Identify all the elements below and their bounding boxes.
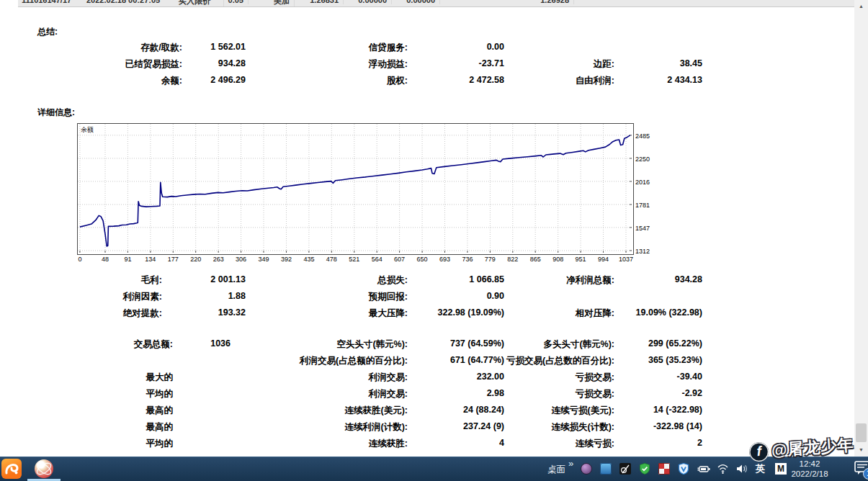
power-battery-tray-icon[interactable] bbox=[697, 463, 709, 475]
stat-row: 绝对提款:193.32最大压降:322.98 (19.09%)相对压降:19.0… bbox=[0, 305, 868, 322]
blue-shield-tray-icon[interactable] bbox=[678, 463, 689, 475]
order-row-cell: 2022.02.18 00:27:05 bbox=[86, 0, 182, 4]
stat-label: 空头头寸(韩元%): bbox=[216, 338, 408, 351]
x-axis-tick-label: 736 bbox=[459, 256, 476, 263]
taskbar-clock[interactable]: 12:42 2022/2/18 bbox=[787, 459, 832, 479]
stat-row: 平均的连续获胜:4连续亏损:2 bbox=[0, 436, 868, 452]
stat-value: 0.90 bbox=[414, 291, 504, 301]
balance-chart: 余额 bbox=[77, 123, 634, 255]
scroll-down-button[interactable]: ▼ bbox=[854, 444, 868, 456]
order-table-row[interactable]: 111016147/172022.02.18 00:27:05买入限价0.05美… bbox=[18, 0, 854, 7]
stat-label: 平均的 bbox=[29, 438, 173, 450]
x-axis-tick-label: 951 bbox=[572, 256, 589, 263]
wifi-tray-icon[interactable] bbox=[717, 463, 728, 475]
summary-table: 存款/取款:1 562.01信贷服务:0.00已结贸易损益:934.28浮动损益… bbox=[0, 40, 868, 89]
stat-label: 亏损交易: bbox=[475, 388, 614, 400]
x-axis-tick-label: 994 bbox=[595, 256, 612, 263]
stat-label: 最大的 bbox=[29, 372, 173, 384]
x-axis-tick-label: 650 bbox=[413, 256, 431, 263]
notification-tray-icon[interactable]: 1 bbox=[854, 461, 868, 478]
x-axis-tick-label: 521 bbox=[346, 256, 363, 263]
stat-label: 最高的 bbox=[29, 421, 173, 433]
order-row-cell: 111016147/17 bbox=[22, 0, 90, 4]
stat-label: 连续亏损(美元): bbox=[475, 405, 614, 417]
scroll-up-button[interactable]: ▲ bbox=[854, 0, 868, 12]
stat-label: 预期回报: bbox=[216, 291, 408, 303]
x-axis-tick-label: 693 bbox=[436, 256, 453, 263]
details-title: 详细信息: bbox=[37, 107, 75, 119]
order-row-cell: 1.26928 bbox=[519, 0, 574, 4]
x-axis-tick-label: 908 bbox=[550, 256, 567, 263]
stat-label: 利润交易: bbox=[216, 372, 408, 384]
stat-label: 信贷服务: bbox=[216, 42, 408, 54]
stat-value: 299 (65.22%) bbox=[621, 338, 702, 349]
remote-desktop-tray-icon[interactable] bbox=[600, 463, 612, 475]
stat-label: 连续获胜(美元): bbox=[216, 405, 408, 417]
order-row-cell: 美加 bbox=[259, 0, 295, 6]
y-axis-tick-label: 1312 bbox=[635, 248, 650, 255]
stat-label: 最高的 bbox=[29, 405, 173, 417]
stat-row: 平均的利润交易:2.98亏损交易:-2.92 bbox=[0, 386, 868, 403]
x-axis-tick-label: 478 bbox=[323, 256, 340, 263]
stat-row: 余额:2 496.29股权:2 472.58自由利润:2 434.13 bbox=[0, 73, 868, 89]
y-axis-tick-label: 2250 bbox=[635, 156, 650, 163]
uc-browser-taskbar-icon[interactable] bbox=[1, 459, 22, 479]
x-axis-tick-label: 435 bbox=[300, 256, 318, 263]
stat-value: -2.92 bbox=[621, 388, 702, 398]
x-axis-tick-label: 607 bbox=[391, 256, 408, 263]
messenger-avatar-tray-icon[interactable] bbox=[581, 463, 592, 475]
x-axis-tick-label: 220 bbox=[187, 256, 205, 263]
summary-title: 总结: bbox=[37, 26, 58, 38]
x-axis-tick-label: 177 bbox=[164, 256, 182, 263]
speaker-tray-icon[interactable] bbox=[736, 463, 748, 475]
stat-label: 连续损失(计数): bbox=[475, 421, 614, 433]
stat-label: 股权: bbox=[216, 75, 408, 87]
order-row-cell: 0.00000 bbox=[392, 0, 440, 4]
stat-label: 浮动损益: bbox=[216, 58, 408, 71]
order-row-cell: 1.26831 bbox=[295, 0, 344, 4]
stat-row: 交易总额:1036空头头寸(韩元%):737 (64.59%)多头头寸(韩元%)… bbox=[0, 336, 868, 353]
y-axis-tick-label: 2016 bbox=[635, 179, 650, 186]
stat-row: 毛利:2 001.13总损失:1 066.85净利润总额:934.28 bbox=[0, 272, 868, 289]
green-shield-tray-icon[interactable] bbox=[639, 463, 650, 475]
stat-value: 19.09% (322.98) bbox=[621, 307, 702, 318]
order-row-cell: 0.00000 bbox=[344, 0, 392, 4]
ime-indicator[interactable]: M bbox=[775, 463, 787, 475]
x-axis-tick-label: 306 bbox=[233, 256, 250, 263]
stat-row: 已结贸易损益:934.28浮动损益:-23.71边距:38.45 bbox=[0, 56, 868, 73]
clock-date: 2022/2/18 bbox=[787, 469, 832, 479]
stat-label: 总损失: bbox=[216, 274, 408, 287]
stat-row: 利润交易(占总额的百分比):671 (64.77%)亏损交易(占总数的百分比):… bbox=[0, 353, 868, 369]
stat-value: 38.45 bbox=[621, 58, 702, 68]
stat-value: 2 434.13 bbox=[621, 75, 702, 85]
stat-value: 365 (35.23%) bbox=[621, 355, 702, 365]
stat-label: 多头头寸(韩元%): bbox=[475, 338, 614, 351]
y-axis-tick-label: 1781 bbox=[635, 202, 650, 209]
stat-value: -322.98 (14) bbox=[621, 421, 702, 431]
browser-sphere-taskbar-icon[interactable] bbox=[35, 459, 53, 478]
stat-label: 连续亏损: bbox=[475, 438, 614, 450]
stat-value: 0.00 bbox=[414, 42, 504, 52]
satellite-dish-tray-icon[interactable] bbox=[619, 463, 631, 475]
language-indicator[interactable]: 英 bbox=[756, 463, 767, 475]
stat-value: 2 bbox=[621, 438, 702, 448]
stat-value: -39.40 bbox=[621, 372, 702, 382]
desktop-toolbar[interactable]: 桌面 bbox=[547, 464, 565, 476]
y-axis-tick-label: 2485 bbox=[635, 132, 650, 140]
x-axis-tick-label: 1037 bbox=[617, 256, 635, 263]
stat-row: 利润因素:1.88预期回报:0.90 bbox=[0, 289, 868, 305]
toolbar-expand-chevron[interactable]: » bbox=[568, 458, 573, 469]
x-axis-tick-label: 263 bbox=[210, 256, 227, 263]
balance-chart-svg bbox=[78, 124, 632, 253]
stat-label: 相对压降: bbox=[475, 307, 614, 320]
stat-row: 存款/取款:1 562.01信贷服务:0.00 bbox=[0, 40, 868, 56]
stat-label: 平均的 bbox=[29, 388, 173, 400]
notification-badge: 1 bbox=[863, 468, 868, 480]
system-tray: 英 M bbox=[581, 463, 787, 475]
trades-table: 交易总额:1036空头头寸(韩元%):737 (64.59%)多头头寸(韩元%)… bbox=[0, 336, 868, 452]
vertical-scrollbar[interactable]: ▲ ▼ bbox=[854, 0, 868, 457]
stat-label: 亏损交易(占总数的百分比): bbox=[475, 355, 614, 367]
scroll-thumb[interactable] bbox=[856, 423, 867, 442]
defender-tray-icon[interactable] bbox=[658, 463, 670, 475]
stat-label: 交易总额: bbox=[29, 338, 173, 351]
